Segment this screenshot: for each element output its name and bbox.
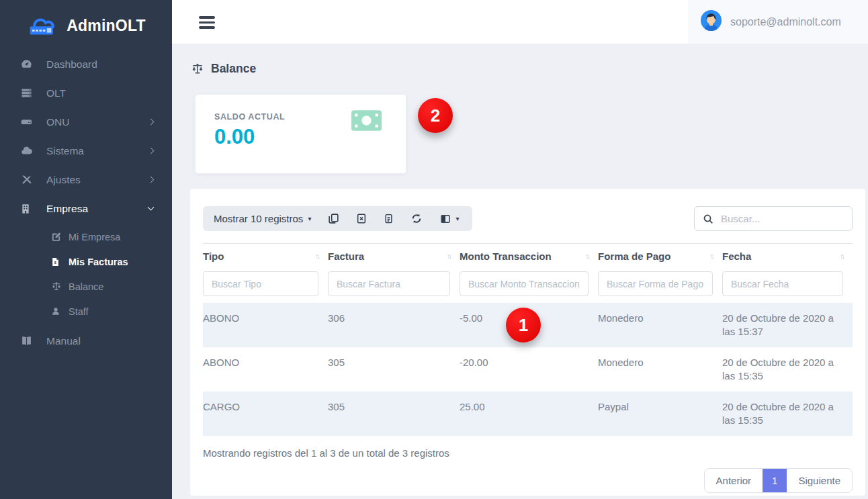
building-icon (20, 203, 35, 215)
annotation-marker-1: 1 (506, 308, 541, 343)
annotation-marker-2: 2 (418, 98, 453, 133)
filter-forma-pago-input[interactable] (598, 271, 713, 296)
edit-square-icon (51, 232, 63, 242)
cell-factura: 306 (328, 303, 460, 347)
column-header-factura[interactable]: Factura↑↓ (328, 244, 460, 269)
cell-monto: -20.00 (460, 347, 598, 392)
cell-fecha: 20 de Octubre de 2020 a las 15:35 (722, 392, 853, 436)
export-file-button[interactable] (384, 213, 394, 224)
sidebar-item-label: ONU (46, 116, 69, 128)
datatable-toolbar: Mostrar 10 registros ▾ ▾ (203, 206, 853, 231)
avatar (701, 10, 722, 34)
empresa-submenu: Mi Empresa $ Mis Facturas Balance Staff (0, 223, 172, 326)
cell-factura: 305 (328, 347, 460, 392)
svg-text:$: $ (54, 260, 56, 264)
balance-scale-icon (51, 281, 63, 292)
copy-button[interactable] (328, 213, 339, 224)
chevron-down-icon (148, 204, 155, 211)
filter-tipo-input[interactable] (203, 271, 318, 296)
search-input[interactable] (721, 213, 844, 224)
transactions-table-card: Mostrar 10 registros ▾ ▾ (190, 189, 865, 496)
table-row[interactable]: CARGO 305 25.00 Paypal 20 de Octubre de … (203, 392, 853, 436)
pagination: Anterior 1 Siguiente (203, 468, 853, 493)
datatable-buttons-group: Mostrar 10 registros ▾ ▾ (203, 206, 472, 231)
device-icon (20, 116, 35, 128)
table-row[interactable]: ABONO 305 -20.00 Monedero 20 de Octubre … (203, 347, 853, 392)
cell-forma: Paypal (598, 392, 722, 436)
filter-factura-input[interactable] (328, 271, 450, 296)
filter-fecha-input[interactable] (722, 271, 843, 296)
sidebar-subitem-label: Mis Facturas (69, 257, 128, 267)
page-title: Balance (211, 62, 256, 76)
sidebar-item-label: Ajustes (46, 174, 81, 186)
cell-monto: 25.00 (460, 392, 598, 436)
sidebar-item-olt[interactable]: OLT (0, 79, 172, 107)
cell-factura: 305 (328, 392, 460, 436)
refresh-button[interactable] (410, 213, 423, 224)
sidebar-item-onu[interactable]: ONU (0, 107, 172, 136)
user-email: soporte@adminolt.com (730, 16, 841, 28)
sidebar-menu: Dashboard OLT ONU Sistema Ajus (0, 47, 172, 355)
search-icon (703, 214, 713, 224)
column-visibility-button[interactable]: ▾ (439, 214, 459, 224)
user-icon (51, 306, 63, 317)
page-length-label: Mostrar 10 registros (214, 213, 303, 224)
column-header-monto[interactable]: Monto Transaccion↑↓ (460, 244, 598, 269)
sidebar-subitem-mis-facturas[interactable]: $ Mis Facturas (0, 249, 172, 274)
sidebar-item-ajustes[interactable]: Ajustes (0, 165, 172, 194)
table-header-row: Tipo↑↓ Factura↑↓ Monto Transaccion↑↓ For… (203, 244, 853, 269)
cell-tipo: CARGO (203, 392, 328, 436)
hamburger-menu-icon[interactable] (199, 16, 215, 32)
column-header-forma-pago[interactable]: Forma de Pago↑↓ (598, 244, 722, 269)
sidebar-item-label: Manual (46, 335, 81, 347)
app-logo[interactable]: AdminOLT (0, 0, 172, 47)
cell-tipo: ABONO (203, 303, 328, 347)
sidebar-item-label: Empresa (46, 203, 88, 215)
cell-fecha: 20 de Octubre de 2020 a las 15:37 (722, 303, 853, 347)
sidebar-item-dashboard[interactable]: Dashboard (0, 50, 172, 79)
chevron-right-icon (148, 177, 155, 183)
caret-down-icon: ▾ (455, 215, 459, 222)
chevron-right-icon (148, 148, 155, 154)
sidebar: AdminOLT Dashboard OLT ONU Sistema (0, 0, 172, 499)
cell-fecha: 20 de Octubre de 2020 a las 15:35 (722, 347, 853, 392)
balance-scale-icon (191, 62, 206, 76)
user-menu[interactable]: soporte@adminolt.com (689, 0, 868, 44)
topbar: soporte@adminolt.com (172, 0, 868, 44)
sort-icon: ↑↓ (447, 252, 450, 260)
cloud-icon (20, 145, 35, 157)
column-header-fecha[interactable]: Fecha↑↓ (722, 244, 853, 269)
sidebar-item-label: Dashboard (46, 58, 97, 71)
pagination-next-button[interactable]: Siguiente (787, 469, 852, 492)
sidebar-item-manual[interactable]: Manual (0, 326, 172, 355)
table-search-box (694, 206, 853, 231)
filter-monto-input[interactable] (460, 271, 589, 296)
sidebar-item-label: Sistema (46, 145, 84, 157)
table-filter-row (203, 269, 853, 303)
sidebar-item-empresa[interactable]: Empresa (0, 194, 172, 223)
gauge-icon (20, 58, 35, 71)
export-excel-button[interactable] (356, 213, 367, 224)
sidebar-subitem-mi-empresa[interactable]: Mi Empresa (0, 224, 172, 249)
book-icon (20, 335, 35, 347)
column-header-tipo[interactable]: Tipo↑↓ (203, 244, 328, 269)
pagination-prev-button[interactable]: Anterior (705, 469, 763, 492)
sidebar-subitem-label: Mi Empresa (69, 232, 120, 242)
pagination-page-1-button[interactable]: 1 (763, 469, 787, 492)
cell-forma: Monedero (598, 303, 722, 347)
saldo-actual-card: SALDO ACTUAL 0.00 (196, 95, 406, 173)
money-bill-icon (351, 110, 382, 134)
sort-icon: ↑↓ (585, 252, 589, 260)
sidebar-subitem-balance[interactable]: Balance (0, 274, 172, 299)
cell-tipo: ABONO (203, 347, 328, 392)
sort-icon: ↑↓ (840, 252, 843, 260)
page-header: Balance (172, 44, 868, 76)
cell-forma: Monedero (598, 347, 722, 392)
sidebar-subitem-label: Staff (69, 306, 89, 317)
server-stack-icon (20, 87, 35, 99)
table-summary: Mostrando registros del 1 al 3 de un tot… (203, 436, 853, 459)
page-length-select[interactable]: Mostrar 10 registros ▾ (214, 213, 311, 224)
sidebar-item-label: OLT (46, 87, 66, 99)
sidebar-item-sistema[interactable]: Sistema (0, 136, 172, 165)
sidebar-subitem-staff[interactable]: Staff (0, 299, 172, 324)
